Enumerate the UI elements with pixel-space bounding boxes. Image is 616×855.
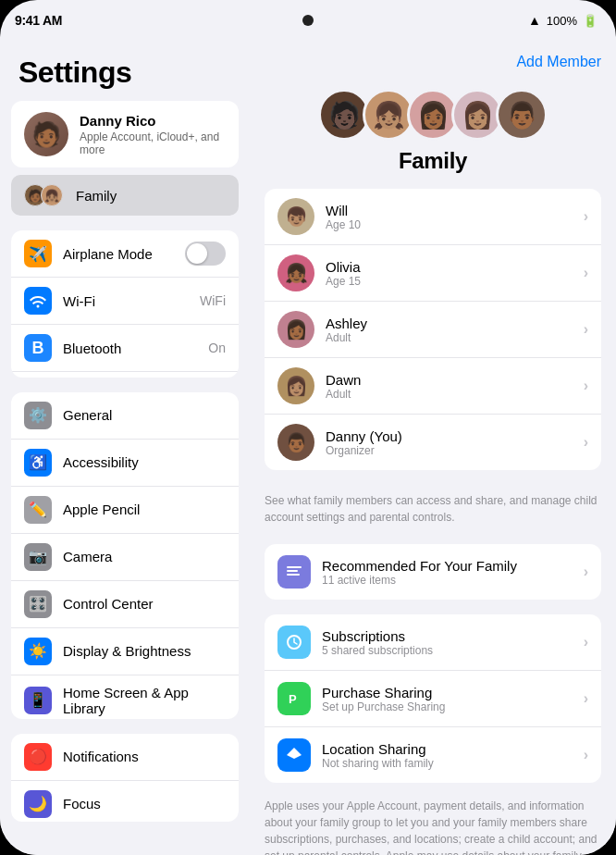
feature-subscriptions[interactable]: Subscriptions 5 shared subscriptions › <box>265 614 601 671</box>
chevron-recommended: › <box>584 564 588 580</box>
chevron-purchase: › <box>584 690 588 707</box>
recommended-info: Recommended For Your Family 11 active it… <box>322 558 573 587</box>
status-time: 9:41 AM <box>15 13 62 28</box>
user-info: Danny Rico Apple Account, iCloud+, and m… <box>80 113 226 156</box>
user-subtitle: Apple Account, iCloud+, and more <box>80 130 226 156</box>
add-member-button[interactable]: Add Member <box>516 54 601 70</box>
sharing-features-card: Subscriptions 5 shared subscriptions › P… <box>265 614 601 783</box>
airplane-mode-label: Airplane Mode <box>63 246 174 262</box>
family-avatars-large: 🧑🏿 👧🏽 👩🏾 👩🏽 👨🏾 <box>265 89 601 141</box>
chevron-icon-2: › <box>584 265 588 281</box>
control-center-icon: 🎛️ <box>24 590 52 618</box>
general-label: General <box>63 407 226 423</box>
sidebar: Settings 🧑🏾 Danny Rico Apple Account, iC… <box>0 41 250 855</box>
family-avatars-small: 🧑🏾 👧🏽 <box>24 184 57 206</box>
member-danny[interactable]: 👨🏾 Danny (You) Organizer › <box>265 415 601 470</box>
member-danny-avatar: 👨🏾 <box>277 424 314 461</box>
settings-group-3: 🔴 Notifications 🌙 Focus ⏱️ Screen Time <box>11 734 239 822</box>
family-label: Family <box>76 188 117 204</box>
member-ashley[interactable]: 👩🏾 Ashley Adult › <box>265 302 601 358</box>
purchase-sharing-name: Purchase Sharing <box>322 685 573 700</box>
settings-wifi[interactable]: Wi-Fi WiFi <box>11 278 239 325</box>
right-panel: Add Member 🧑🏿 👧🏽 👩🏾 👩🏽 👨🏾 Family 👦🏽 Will… <box>250 41 616 855</box>
settings-group-2: ⚙️ General ♿ Accessibility ✏️ Apple Penc… <box>11 392 239 719</box>
svg-text:P: P <box>289 692 297 706</box>
features-card: Recommended For Your Family 11 active it… <box>265 544 601 600</box>
location-sharing-name: Location Sharing <box>322 741 573 757</box>
member-ashley-age: Adult <box>326 331 573 344</box>
member-dawn-name: Dawn <box>326 372 573 388</box>
wifi-label: Wi-Fi <box>63 293 189 309</box>
settings-display[interactable]: ☀️ Display & Brightness <box>11 628 239 675</box>
svg-rect-5 <box>287 570 298 572</box>
family-description: See what family members can access and s… <box>265 485 601 533</box>
feature-location-sharing[interactable]: Location Sharing Not sharing with family… <box>265 727 601 783</box>
accessibility-label: Accessibility <box>63 454 226 470</box>
family-sidebar-item[interactable]: 🧑🏾 👧🏽 Family <box>11 175 239 216</box>
display-label: Display & Brightness <box>63 643 226 659</box>
member-olivia-info: Olivia Age 15 <box>326 259 573 288</box>
recommended-name: Recommended For Your Family <box>322 558 573 574</box>
feature-recommended[interactable]: Recommended For Your Family 11 active it… <box>265 544 601 600</box>
chevron-icon: › <box>584 208 588 225</box>
bluetooth-icon: B <box>24 334 52 362</box>
recommended-sub: 11 active items <box>322 574 573 587</box>
user-card[interactable]: 🧑🏾 Danny Rico Apple Account, iCloud+, an… <box>11 101 239 167</box>
settings-accessibility[interactable]: ♿ Accessibility <box>11 440 239 487</box>
wifi-value: WiFi <box>200 293 226 308</box>
settings-notifications[interactable]: 🔴 Notifications <box>11 734 239 781</box>
settings-control-center[interactable]: 🎛️ Control Center <box>11 581 239 628</box>
privacy-text: Apple uses your Apple Account, payment d… <box>265 799 598 855</box>
notifications-label: Notifications <box>63 749 226 764</box>
subscriptions-sub: 5 shared subscriptions <box>322 644 573 657</box>
members-card: 👦🏽 Will Age 10 › 👧🏾 Olivia Age 15 › <box>265 189 601 470</box>
member-will[interactable]: 👦🏽 Will Age 10 › <box>265 189 601 245</box>
settings-focus[interactable]: 🌙 Focus <box>11 781 239 822</box>
bluetooth-value: On <box>208 341 226 355</box>
recommended-icon <box>277 555 311 589</box>
camera-label: Camera <box>63 549 226 564</box>
general-icon: ⚙️ <box>24 402 52 429</box>
settings-camera[interactable]: 📷 Camera <box>11 534 239 581</box>
settings-group-1: ✈️ Airplane Mode Wi-Fi W <box>11 230 239 378</box>
purchase-sharing-info: Purchase Sharing Set up Purchase Sharing <box>322 685 573 713</box>
settings-cellular[interactable]: Cellular Data <box>11 372 239 378</box>
control-center-label: Control Center <box>63 596 226 612</box>
member-dawn-avatar: 👩🏽 <box>277 367 314 404</box>
svg-rect-6 <box>287 574 300 576</box>
focus-label: Focus <box>63 796 226 812</box>
member-ashley-name: Ashley <box>326 316 573 331</box>
purchase-sharing-sub: Set up Purchase Sharing <box>322 700 573 713</box>
chevron-location: › <box>584 747 588 763</box>
member-dawn-info: Dawn Adult <box>326 372 573 401</box>
apple-pencil-label: Apple Pencil <box>63 502 226 517</box>
airplane-mode-icon: ✈️ <box>24 240 52 267</box>
home-screen-icon: 📱 <box>24 687 52 714</box>
status-right: ▲ 100% 🔋 <box>528 13 598 28</box>
focus-icon: 🌙 <box>24 790 52 818</box>
chevron-subscriptions: › <box>584 634 588 651</box>
member-will-age: Age 10 <box>326 218 573 231</box>
airplane-mode-toggle[interactable] <box>185 242 226 266</box>
display-icon: ☀️ <box>24 638 52 665</box>
feature-purchase-sharing[interactable]: P Purchase Sharing Set up Purchase Shari… <box>265 671 601 727</box>
privacy-footer: Apple uses your Apple Account, payment d… <box>265 798 601 855</box>
member-olivia[interactable]: 👧🏾 Olivia Age 15 › <box>265 245 601 302</box>
member-danny-info: Danny (You) Organizer <box>326 428 573 457</box>
member-dawn[interactable]: 👩🏽 Dawn Adult › <box>265 358 601 415</box>
status-bar: 9:41 AM ▲ 100% 🔋 <box>0 0 616 41</box>
chevron-icon-3: › <box>584 321 588 338</box>
settings-apple-pencil[interactable]: ✏️ Apple Pencil <box>11 487 239 534</box>
fam-avatar-5: 👨🏾 <box>496 89 548 141</box>
wifi-icon: ▲ <box>528 13 541 28</box>
notifications-icon: 🔴 <box>24 743 52 771</box>
chevron-icon-5: › <box>584 434 588 451</box>
notch <box>302 15 314 26</box>
settings-general[interactable]: ⚙️ General <box>11 392 239 440</box>
battery-text: 100% <box>547 14 577 28</box>
chevron-icon-4: › <box>584 378 588 394</box>
settings-airplane-mode[interactable]: ✈️ Airplane Mode <box>11 230 239 278</box>
settings-home-screen[interactable]: 📱 Home Screen & App Library <box>11 675 239 719</box>
settings-bluetooth[interactable]: B Bluetooth On <box>11 325 239 372</box>
subscriptions-name: Subscriptions <box>322 628 573 644</box>
